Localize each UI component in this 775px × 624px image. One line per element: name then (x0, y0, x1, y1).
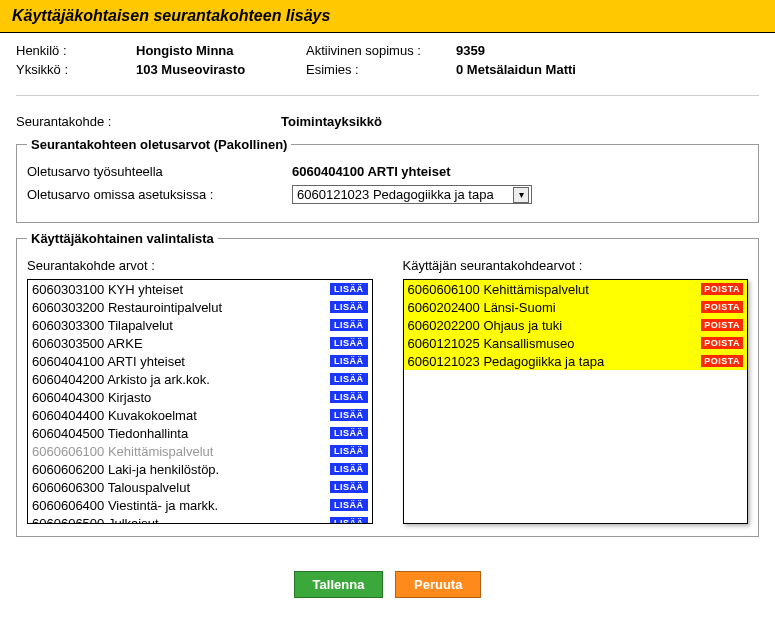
list-item-label: 6060303100 KYH yhteiset (32, 282, 183, 297)
lists-legend: Käyttäjäkohtainen valintalista (27, 231, 218, 246)
list-item: 6060404100 ARTI yhteisetLISÄÄ (28, 352, 372, 370)
list-item-label: 6060303200 Restaurointipalvelut (32, 300, 222, 315)
add-button[interactable]: LISÄÄ (330, 427, 368, 439)
list-item-label: 6060404100 ARTI yhteiset (32, 354, 185, 369)
list-item: 6060404400 KuvakokoelmatLISÄÄ (28, 406, 372, 424)
list-item: 6060303300 TilapalvelutLISÄÄ (28, 316, 372, 334)
person-label: Henkilö : (16, 43, 136, 58)
footer: Tallenna Peruuta (0, 555, 775, 608)
default-own-select[interactable]: 6060121023 Pedagogiikka ja tapa ▾ (292, 185, 532, 204)
add-button[interactable]: LISÄÄ (330, 373, 368, 385)
list-item: 6060202400 Länsi-SuomiPOISTA (404, 298, 748, 316)
remove-button[interactable]: POISTA (701, 319, 743, 331)
add-button[interactable]: LISÄÄ (330, 301, 368, 313)
list-item: 6060202200 Ohjaus ja tukiPOISTA (404, 316, 748, 334)
list-item-label: 6060606500 Julkaisut (32, 516, 159, 525)
save-button[interactable]: Tallenna (294, 571, 384, 598)
add-button[interactable]: LISÄÄ (330, 355, 368, 367)
add-button[interactable]: LISÄÄ (330, 463, 368, 475)
manager-value: 0 Metsälaidun Matti (456, 62, 656, 77)
list-item: 6060121025 KansallismuseoPOISTA (404, 334, 748, 352)
remove-button[interactable]: POISTA (701, 283, 743, 295)
page-title: Käyttäjäkohtaisen seurantakohteen lisäys (0, 0, 775, 33)
info-grid: Henkilö : Hongisto Minna Aktiivinen sopi… (16, 43, 759, 77)
right-list-box: 6060606100 KehittämispalvelutPOISTA60602… (403, 279, 749, 524)
list-item: 6060303500 ARKELISÄÄ (28, 334, 372, 352)
list-item: 6060606300 TalouspalvelutLISÄÄ (28, 478, 372, 496)
list-item-label: 6060303300 Tilapalvelut (32, 318, 173, 333)
list-item: 6060404200 Arkisto ja ark.kok.LISÄÄ (28, 370, 372, 388)
lists-fieldset: Käyttäjäkohtainen valintalista Seurantak… (16, 231, 759, 537)
list-item: 6060606400 Viestintä- ja markk.LISÄÄ (28, 496, 372, 514)
list-item: 6060606100 KehittämispalvelutPOISTA (404, 280, 748, 298)
list-item-label: 6060606200 Laki-ja henkilöstöp. (32, 462, 219, 477)
defaults-fieldset: Seurantakohteen oletusarvot (Pakollinen)… (16, 137, 759, 223)
list-item-label: 6060303500 ARKE (32, 336, 143, 351)
add-button[interactable]: LISÄÄ (330, 283, 368, 295)
add-button[interactable]: LISÄÄ (330, 517, 368, 524)
person-value: Hongisto Minna (136, 43, 306, 58)
list-item-label: 6060404500 Tiedonhallinta (32, 426, 188, 441)
add-button[interactable]: LISÄÄ (330, 445, 368, 457)
divider (16, 95, 759, 96)
list-item: 6060606200 Laki-ja henkilöstöp.LISÄÄ (28, 460, 372, 478)
list-item-label: 6060404400 Kuvakokoelmat (32, 408, 197, 423)
list-item-label: 6060606300 Talouspalvelut (32, 480, 190, 495)
default-emp-label: Oletusarvo työsuhteella (27, 164, 292, 179)
list-item-label: 6060404300 Kirjasto (32, 390, 151, 405)
add-button[interactable]: LISÄÄ (330, 391, 368, 403)
list-item-label: 6060404200 Arkisto ja ark.kok. (32, 372, 210, 387)
add-button[interactable]: LISÄÄ (330, 319, 368, 331)
list-item: 6060404300 KirjastoLISÄÄ (28, 388, 372, 406)
add-button[interactable]: LISÄÄ (330, 499, 368, 511)
list-item-label: 6060121023 Pedagogiikka ja tapa (408, 354, 605, 369)
contract-label: Aktiivinen sopimus : (306, 43, 456, 58)
default-emp-value: 6060404100 ARTI yhteiset (292, 164, 748, 179)
unit-label: Yksikkö : (16, 62, 136, 77)
contract-value: 9359 (456, 43, 656, 58)
add-button[interactable]: LISÄÄ (330, 409, 368, 421)
list-item: 6060404500 TiedonhallintaLISÄÄ (28, 424, 372, 442)
seurantakohde-value: Toimintayksikkö (281, 114, 759, 129)
right-list-title: Käyttäjän seurantakohdearvot : (403, 258, 749, 273)
list-item: 6060121023 Pedagogiikka ja tapaPOISTA (404, 352, 748, 370)
list-item-label: 6060606100 Kehittämispalvelut (408, 282, 589, 297)
remove-button[interactable]: POISTA (701, 301, 743, 313)
cancel-button[interactable]: Peruuta (395, 571, 481, 598)
add-button[interactable]: LISÄÄ (330, 481, 368, 493)
add-button[interactable]: LISÄÄ (330, 337, 368, 349)
list-item: 6060606100 KehittämispalvelutLISÄÄ (28, 442, 372, 460)
list-item: 6060606500 JulkaisutLISÄÄ (28, 514, 372, 524)
remove-button[interactable]: POISTA (701, 337, 743, 349)
list-item: 6060303100 KYH yhteisetLISÄÄ (28, 280, 372, 298)
manager-label: Esimies : (306, 62, 456, 77)
list-item: 6060303200 RestaurointipalvelutLISÄÄ (28, 298, 372, 316)
chevron-down-icon: ▾ (513, 187, 529, 203)
list-item-label: 6060606400 Viestintä- ja markk. (32, 498, 218, 513)
left-list-title: Seurantakohde arvot : (27, 258, 373, 273)
select-selected-text: 6060121023 Pedagogiikka ja tapa (297, 187, 494, 202)
remove-button[interactable]: POISTA (701, 355, 743, 367)
list-item-label: 6060202400 Länsi-Suomi (408, 300, 556, 315)
list-item-label: 6060606100 Kehittämispalvelut (32, 444, 213, 459)
seurantakohde-label: Seurantakohde : (16, 114, 281, 129)
list-item-label: 6060121025 Kansallismuseo (408, 336, 575, 351)
unit-value: 103 Museovirasto (136, 62, 306, 77)
list-item-label: 6060202200 Ohjaus ja tuki (408, 318, 563, 333)
left-list-box[interactable]: 6060303100 KYH yhteisetLISÄÄ6060303200 R… (27, 279, 373, 524)
defaults-legend: Seurantakohteen oletusarvot (Pakollinen) (27, 137, 291, 152)
default-own-label: Oletusarvo omissa asetuksissa : (27, 187, 292, 202)
